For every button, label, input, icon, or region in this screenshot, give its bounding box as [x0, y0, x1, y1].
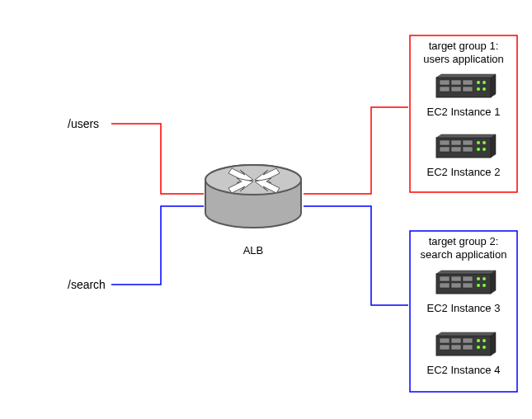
- target-group-1: target group 1: users application EC2 In…: [410, 35, 517, 192]
- route-search-label: /search: [68, 278, 106, 291]
- ec2-instance-1: [436, 74, 496, 97]
- ec2-4-label: EC2 Instance 4: [427, 364, 501, 376]
- alb-label: ALB: [243, 244, 264, 257]
- ec2-instance-2: [436, 134, 496, 158]
- ec2-instance-3: [436, 271, 496, 294]
- ec2-1-label: EC2 Instance 1: [427, 106, 501, 118]
- ec2-3-label: EC2 Instance 3: [427, 302, 501, 314]
- tg1-title-line2: users application: [423, 53, 504, 65]
- alb-router-icon: [205, 165, 301, 228]
- route-users-label: /users: [68, 117, 99, 130]
- ec2-2-label: EC2 Instance 2: [427, 166, 501, 178]
- target-group-2: target group 2: search application EC2 I…: [410, 231, 517, 392]
- ec2-instance-4: [436, 332, 496, 355]
- tg1-title-line1: target group 1:: [429, 40, 499, 52]
- alb-routing-diagram: /users /search ALB target group 1: users…: [0, 0, 532, 419]
- tg2-title-line1: target group 2:: [429, 235, 499, 247]
- tg2-title-line2: search application: [421, 248, 507, 261]
